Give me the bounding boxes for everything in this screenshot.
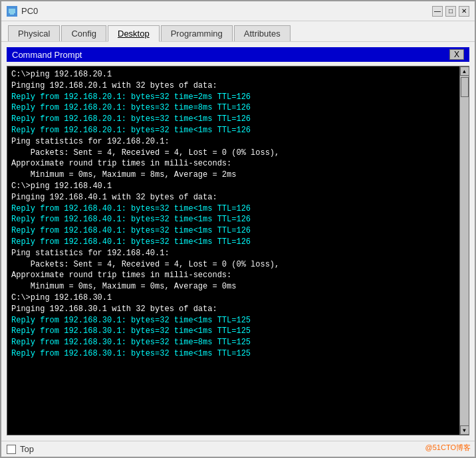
terminal-line: Minimum = 0ms, Maximum = 0ms, Average = … [11,281,455,292]
window-title: PC0 [21,6,432,16]
terminal-line: C:\>ping 192.168.40.1 [11,181,455,192]
terminal-line: Reply from 192.168.20.1: bytes=32 time<1… [11,125,455,136]
terminal-line: Approximate round trip times in milli-se… [11,158,455,170]
tab-bar: Physical Config Desktop Programming Attr… [1,21,475,42]
terminal-line: Reply from 192.168.40.1: bytes=32 time<1… [11,214,455,225]
command-prompt-close-button[interactable]: X [449,49,464,60]
terminal-line: Pinging 192.168.20.1 with 32 bytes of da… [11,80,455,92]
scrollbar-thumb[interactable] [461,77,469,97]
terminal-line: Reply from 192.168.30.1: bytes=32 time<1… [11,326,455,337]
close-button[interactable]: ✕ [459,6,469,17]
top-label: Top [20,444,34,454]
terminal-line: Pinging 192.168.30.1 with 32 bytes of da… [11,304,455,315]
svg-rect-2 [10,13,14,15]
scrollbar-down-button[interactable]: ▼ [460,425,469,435]
maximize-button[interactable]: □ [445,6,456,17]
tab-attributes[interactable]: Attributes [234,25,291,41]
terminal-line: Reply from 192.168.20.1: bytes=32 time<1… [11,114,455,125]
window-icon [7,6,17,17]
content-area: Command Prompt X C:\>ping 192.168.20.1Pi… [1,42,475,441]
terminal-line: Reply from 192.168.30.1: bytes=32 time=8… [11,337,455,348]
terminal-line: Packets: Sent = 4, Received = 4, Lost = … [11,148,455,159]
terminal-line: Ping statistics for 192.168.40.1: [11,248,455,259]
command-prompt-header: Command Prompt X [7,47,469,62]
svg-rect-1 [9,9,15,13]
terminal-line: Approximate round trip times in milli-se… [11,270,455,281]
terminal-line: C:\>ping 192.168.30.1 [11,292,455,304]
terminal-line: Reply from 192.168.20.1: bytes=32 time=8… [11,102,455,114]
terminal-line: Ping statistics for 192.168.20.1: [11,136,455,148]
scrollbar-up-button[interactable]: ▲ [460,66,469,76]
watermark: @51CTO博客 [425,443,471,453]
minimize-button[interactable]: — [432,6,443,17]
tab-config[interactable]: Config [61,25,106,41]
tab-programming[interactable]: Programming [161,25,233,41]
terminal-line: Reply from 192.168.30.1: bytes=32 time<1… [11,348,455,360]
terminal-line: Reply from 192.168.20.1: bytes=32 time=2… [11,92,455,103]
main-window: PC0 — □ ✕ Physical Config Desktop Progra… [0,0,476,458]
terminal-line: Reply from 192.168.40.1: bytes=32 time<1… [11,203,455,215]
terminal-line: Minimum = 0ms, Maximum = 8ms, Average = … [11,170,455,181]
tab-physical[interactable]: Physical [8,25,60,41]
scrollbar[interactable]: ▲ ▼ [459,66,469,435]
title-bar: PC0 — □ ✕ [1,1,475,21]
tab-desktop[interactable]: Desktop [108,25,160,42]
top-checkbox[interactable] [7,445,16,454]
command-prompt-title: Command Prompt [12,50,82,60]
terminal-line: Reply from 192.168.40.1: bytes=32 time<1… [11,225,455,237]
terminal-line: Reply from 192.168.40.1: bytes=32 time<1… [11,237,455,248]
terminal-window: C:\>ping 192.168.20.1Pinging 192.168.20.… [7,66,469,435]
terminal-scroll-area[interactable]: C:\>ping 192.168.20.1Pinging 192.168.20.… [7,66,459,435]
bottom-bar: Top [1,441,475,457]
terminal-line: Packets: Sent = 4, Received = 4, Lost = … [11,259,455,271]
terminal-line: C:\>ping 192.168.20.1 [11,69,455,80]
terminal-line: Pinging 192.168.40.1 with 32 bytes of da… [11,192,455,203]
window-controls: — □ ✕ [432,6,469,17]
terminal-line: Reply from 192.168.30.1: bytes=32 time<1… [11,315,455,326]
